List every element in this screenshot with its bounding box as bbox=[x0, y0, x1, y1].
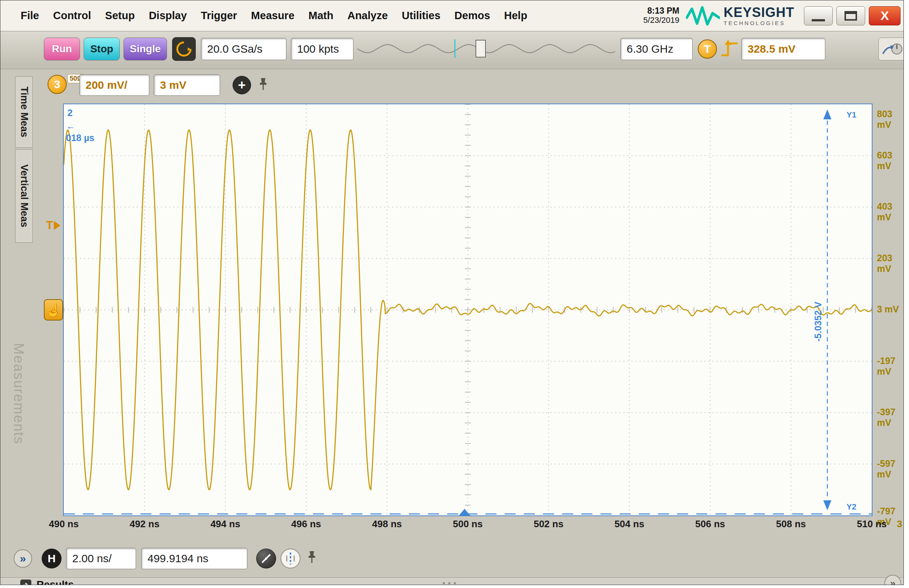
axis-corner-label: 3 bbox=[897, 519, 902, 530]
x-axis-tick-label: 502 ns bbox=[524, 519, 573, 530]
pin-icon[interactable] bbox=[258, 77, 269, 92]
horizontal-badge[interactable]: H bbox=[42, 549, 61, 569]
channel-3-badge[interactable]: 3 bbox=[48, 75, 67, 94]
measurements-watermark: Measurements bbox=[11, 343, 26, 444]
timebase-position-box[interactable]: 499.9194 ns bbox=[141, 548, 247, 569]
y-axis-tick-label: -597 mV bbox=[877, 458, 904, 480]
channel-offset-handle[interactable]: ☝ bbox=[44, 299, 63, 320]
tab-time-meas[interactable]: Time Meas bbox=[15, 76, 33, 148]
acquisition-toolbar: Run Stop Single 20.0 GSa/s 100 kpts 6.30… bbox=[0, 32, 904, 69]
preview-window-box[interactable] bbox=[476, 40, 485, 57]
trigger-source-badge[interactable]: T bbox=[698, 39, 717, 58]
menu-items: FileControlSetupDisplayTriggerMeasureMat… bbox=[14, 10, 534, 22]
y-axis-tick-label: 203 mV bbox=[877, 253, 904, 274]
ref-delay-label: 018 µs bbox=[66, 132, 94, 143]
trigger-position-icon[interactable] bbox=[280, 549, 301, 569]
y-axis-tick-label: -397 mV bbox=[877, 407, 904, 428]
trigger-level-label: T bbox=[46, 219, 53, 232]
scope-display[interactable]: -5.0352 VY1Y22←018 µs bbox=[63, 103, 872, 516]
scope-graticule: -5.0352 VY1Y22←018 µs bbox=[64, 104, 872, 515]
marker-voltage-label: -5.0352 V bbox=[813, 301, 823, 341]
menu-item-file[interactable]: File bbox=[14, 10, 46, 22]
menu-item-math[interactable]: Math bbox=[301, 10, 341, 22]
y-axis-tick-label: -197 mV bbox=[877, 355, 904, 377]
bandwidth-box[interactable]: 6.30 GHz bbox=[620, 38, 692, 60]
maximize-button[interactable] bbox=[836, 6, 865, 26]
maximize-icon bbox=[844, 11, 857, 21]
x-axis-tick-label: 492 ns bbox=[121, 519, 168, 530]
oscilloscope-window: FileControlSetupDisplayTriggerMeasureMat… bbox=[0, 0, 904, 585]
autoscale-icon bbox=[175, 40, 193, 58]
run-button[interactable]: Run bbox=[44, 37, 80, 60]
window-controls: X bbox=[804, 6, 904, 26]
knob-icon[interactable] bbox=[878, 37, 904, 60]
stop-button[interactable]: Stop bbox=[84, 37, 120, 60]
menu-item-demos[interactable]: Demos bbox=[448, 10, 497, 22]
menu-item-analyze[interactable]: Analyze bbox=[340, 10, 395, 22]
autoscale-button[interactable] bbox=[172, 37, 196, 61]
reference-annotation: 2←018 µs bbox=[66, 108, 94, 143]
trigger-level-marker[interactable]: T bbox=[46, 219, 60, 232]
memory-depth-box[interactable]: 100 kpts bbox=[291, 38, 354, 60]
trigger-time-marker[interactable] bbox=[459, 509, 470, 515]
minimize-button[interactable] bbox=[804, 6, 833, 26]
keysight-logo: KEYSIGHT TECHNOLOGIES bbox=[686, 5, 804, 26]
menu-item-utilities[interactable]: Utilities bbox=[395, 10, 448, 22]
y-axis-tick-label: 803 mV bbox=[877, 109, 904, 130]
acquisition-preview-strip[interactable] bbox=[357, 37, 615, 60]
menu-item-display[interactable]: Display bbox=[142, 10, 194, 22]
keysight-spark-icon bbox=[686, 5, 720, 26]
circle-slash-icon[interactable] bbox=[256, 549, 276, 569]
y-axis-tick-label: 3 mV bbox=[877, 304, 904, 315]
x-axis-tick-label: 498 ns bbox=[363, 519, 411, 530]
tab-vertical-meas[interactable]: Vertical Meas bbox=[15, 149, 33, 243]
channel-bar: 3 50Ω 200 mV/ 3 mV + bbox=[0, 69, 904, 100]
close-button[interactable]: X bbox=[869, 6, 901, 26]
clock-date: 5/23/2019 bbox=[643, 16, 679, 25]
vertical-scale-box[interactable]: 200 mV/ bbox=[79, 74, 149, 96]
clock-time: 8:13 PM bbox=[643, 6, 679, 16]
sample-rate-box[interactable]: 20.0 GSa/s bbox=[201, 38, 286, 60]
x-axis-labels: 490 ns492 ns494 ns496 ns498 ns500 ns502 … bbox=[0, 519, 904, 534]
brand-name: KEYSIGHT bbox=[724, 6, 794, 19]
trigger-level-arrow-icon bbox=[54, 221, 60, 230]
menu-bar: FileControlSetupDisplayTriggerMeasureMat… bbox=[0, 0, 904, 31]
menu-item-setup[interactable]: Setup bbox=[98, 10, 142, 22]
menu-item-control[interactable]: Control bbox=[46, 10, 98, 22]
results-label: Results bbox=[37, 579, 74, 585]
minimize-icon bbox=[812, 19, 825, 21]
pin-icon[interactable] bbox=[306, 550, 317, 565]
grip-dots[interactable] bbox=[443, 582, 456, 584]
clock: 8:13 PM 5/23/2019 bbox=[643, 6, 686, 25]
menu-item-measure[interactable]: Measure bbox=[244, 10, 301, 22]
add-channel-button[interactable]: + bbox=[233, 76, 251, 94]
ref-channel-label: 2 bbox=[68, 108, 73, 118]
x-axis-tick-label: 510 ns bbox=[848, 519, 896, 530]
x-axis-tick-label: 496 ns bbox=[282, 519, 330, 530]
timebase-scale-box[interactable]: 2.00 ns/ bbox=[66, 548, 136, 569]
menu-item-help[interactable]: Help bbox=[497, 10, 534, 22]
results-icon bbox=[20, 580, 31, 585]
marker-bottom-label: Y2 bbox=[846, 502, 856, 511]
trigger-edge-icon[interactable] bbox=[720, 38, 739, 60]
vertical-offset-box[interactable]: 3 mV bbox=[154, 74, 220, 96]
brand-sub: TECHNOLOGIES bbox=[724, 20, 794, 26]
x-axis-tick-label: 494 ns bbox=[201, 519, 249, 530]
left-arrow-icon: ← bbox=[66, 121, 75, 131]
menu-item-trigger[interactable]: Trigger bbox=[194, 10, 244, 22]
x-axis-tick-label: 500 ns bbox=[444, 519, 492, 530]
expand-panel-button[interactable]: » bbox=[14, 549, 32, 568]
preview-waveform bbox=[357, 45, 615, 53]
trigger-level-box[interactable]: 328.5 mV bbox=[741, 38, 825, 60]
horizontal-toolbar: » H 2.00 ns/ 499.9194 ns bbox=[0, 541, 904, 577]
x-axis-tick-label: 508 ns bbox=[767, 519, 815, 530]
marker-top-label: Y1 bbox=[846, 110, 856, 120]
hand-icon: ☝ bbox=[46, 302, 61, 317]
y-axis-tick-label: 603 mV bbox=[877, 150, 904, 171]
y-axis-tick-label: 403 mV bbox=[877, 201, 904, 223]
results-bar[interactable]: Results » bbox=[0, 577, 904, 585]
x-axis-tick-label: 506 ns bbox=[686, 519, 734, 530]
x-axis-tick-label: 490 ns bbox=[40, 519, 88, 530]
single-button[interactable]: Single bbox=[123, 37, 167, 60]
x-axis-tick-label: 504 ns bbox=[605, 519, 653, 530]
